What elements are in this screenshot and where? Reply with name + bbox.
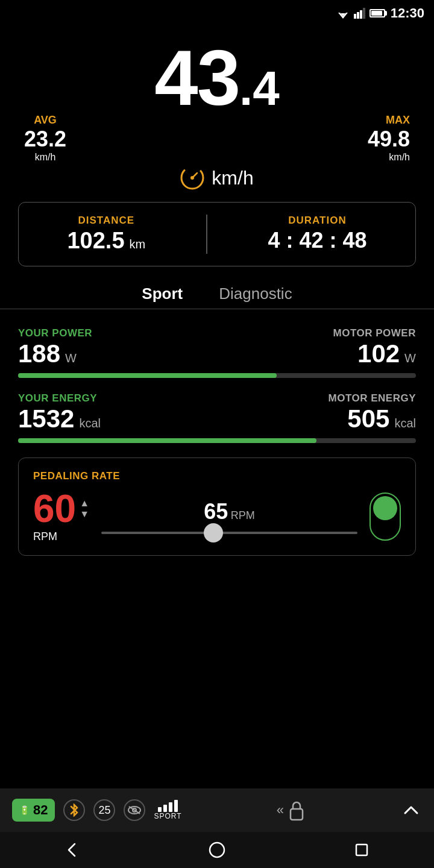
avg-value: 23.2 [24, 127, 66, 152]
svg-rect-3 [354, 14, 356, 19]
motor-energy-value: 505 [347, 404, 389, 433]
duration-label: DURATION [268, 215, 366, 227]
number-25-circle[interactable]: 25 [93, 799, 115, 821]
your-energy-label: YOUR ENERGY [18, 392, 101, 404]
battery-icon [370, 9, 385, 17]
lock-section: « [277, 799, 306, 821]
motor-energy-block: MOTOR ENERGY 505 kcal [329, 392, 416, 433]
rpm-slider-thumb[interactable] [204, 523, 223, 542]
your-power-value: 188 [18, 339, 60, 368]
svg-rect-5 [360, 10, 362, 19]
pedaling-label: PEDALING RATE [33, 470, 401, 482]
speed-integer: 43 [154, 34, 239, 122]
rpm-slider-track[interactable] [101, 532, 357, 534]
max-unit: km/h [368, 152, 410, 163]
avg-block: AVG 23.2 km/h [24, 114, 66, 163]
power-progress-fill [18, 373, 277, 378]
rpm-target-unit: RPM [231, 509, 255, 521]
sport-mode-label: SPORT [154, 812, 181, 820]
energy-row: YOUR ENERGY 1532 kcal MOTOR ENERGY 505 k… [18, 392, 416, 433]
your-power-unit: W [65, 351, 77, 365]
svg-rect-15 [356, 844, 367, 855]
your-power-label: YOUR POWER [18, 327, 92, 339]
battery-percent: 82 [33, 802, 48, 818]
number-25: 25 [98, 804, 110, 817]
power-section: YOUR POWER 188 W MOTOR POWER 102 W YOUR … [0, 309, 434, 443]
energy-progress-bar [18, 438, 416, 443]
sport-mode-indicator[interactable]: SPORT [154, 800, 181, 820]
nav-recent-button[interactable] [344, 832, 380, 868]
rpm-current: 60 ▲ ▼ [33, 489, 89, 528]
nav-home-button[interactable] [199, 832, 235, 868]
rpm-slider-section: 65 RPM [89, 499, 370, 534]
energy-progress-fill [18, 438, 316, 443]
eye-icon[interactable] [124, 799, 145, 821]
wifi-icon [336, 8, 350, 19]
status-icons: 12:30 [336, 5, 424, 21]
your-energy-value: 1532 [18, 404, 74, 433]
bluetooth-svg [69, 804, 80, 817]
duration-stat: DURATION 4 : 42 : 48 [268, 215, 366, 254]
lock-icon[interactable] [288, 799, 306, 821]
toggle-knob [373, 496, 397, 520]
status-time: 12:30 [391, 5, 424, 21]
bar-1 [158, 807, 162, 812]
your-energy-block: YOUR ENERGY 1532 kcal [18, 392, 101, 433]
bottom-left-icons: 🔋 82 25 [12, 799, 182, 822]
nav-back-button[interactable] [54, 832, 90, 868]
pedaling-content: 60 ▲ ▼ RPM 65 RPM [33, 489, 401, 543]
duration-value: 4 : 42 : 48 [268, 228, 366, 253]
svg-point-14 [210, 843, 224, 857]
chevron-svg [402, 801, 420, 819]
motor-power-value: 102 [357, 339, 400, 368]
sport-bars [158, 800, 178, 812]
bottom-bar: 🔋 82 25 [0, 788, 434, 832]
stats-box: DISTANCE 102.5 km DURATION 4 : 42 : 48 [18, 202, 416, 266]
chevron-up-icon[interactable] [400, 799, 422, 821]
motor-energy-unit: kcal [394, 417, 416, 430]
arrow-down-icon: ▼ [80, 509, 89, 520]
bar-2 [163, 805, 167, 812]
home-icon [209, 841, 225, 858]
your-energy-unit: kcal [79, 417, 101, 430]
distance-label: DISTANCE [67, 215, 145, 227]
bar-4 [174, 800, 178, 812]
speed-unit-row: km/h [0, 166, 434, 202]
tab-underline [0, 309, 434, 310]
distance-value: 102.5 [67, 228, 124, 254]
svg-rect-13 [291, 809, 303, 820]
tab-sport[interactable]: Sport [142, 285, 183, 309]
nav-bar [0, 832, 434, 868]
battery-indicator: 🔋 82 [12, 799, 55, 822]
svg-rect-6 [363, 8, 365, 19]
divider [206, 215, 207, 254]
status-bar: 12:30 [0, 0, 434, 27]
speed-unit: km/h [212, 167, 253, 189]
speed-display: 43.4 [0, 27, 434, 120]
arrow-up-icon: ▲ [80, 498, 89, 509]
motor-power-unit: W [404, 351, 416, 365]
tabs: Sport Diagnostic [0, 285, 434, 309]
rpm-current-unit: RPM [33, 530, 89, 543]
rpm-target-display: 65 RPM [101, 499, 357, 524]
signal-icon [354, 8, 366, 19]
rpm-target-value: 65 [204, 499, 228, 524]
motor-power-block: MOTOR POWER 102 W [333, 327, 416, 368]
speed-decimal: .4 [239, 61, 280, 115]
motor-energy-label: MOTOR ENERGY [329, 392, 416, 404]
max-block: MAX 49.8 km/h [368, 114, 410, 163]
rpm-arrows: ▲ ▼ [80, 498, 89, 520]
current-rpm-block: 60 ▲ ▼ RPM [33, 489, 89, 543]
your-power-block: YOUR POWER 188 W [18, 327, 92, 368]
rpm-current-value: 60 [33, 489, 76, 528]
power-progress-bar [18, 373, 416, 378]
bluetooth-icon[interactable] [63, 799, 85, 821]
recent-icon [354, 842, 370, 858]
tab-diagnostic[interactable]: Diagnostic [219, 285, 292, 309]
pedaling-toggle[interactable] [370, 492, 401, 541]
power-row: YOUR POWER 188 W MOTOR POWER 102 W [18, 327, 416, 368]
distance-unit: km [130, 237, 146, 251]
eye-crossed-svg [128, 805, 141, 815]
avg-unit: km/h [24, 152, 66, 163]
speedometer-icon [180, 166, 204, 190]
